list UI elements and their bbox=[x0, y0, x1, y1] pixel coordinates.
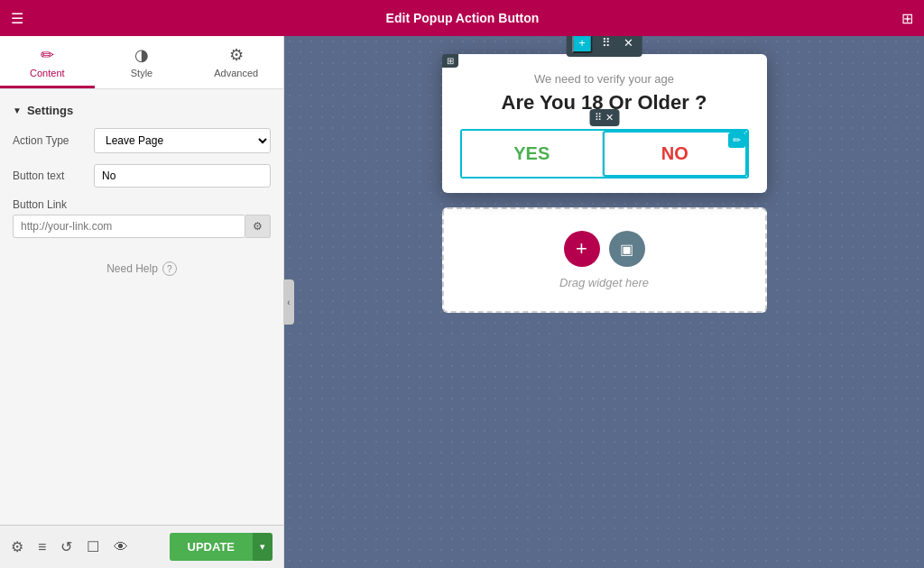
update-button[interactable]: UPDATE bbox=[170, 533, 253, 561]
bottom-toolbar: ⚙ ≡ ↺ ☐ 👁 UPDATE ▾ bbox=[0, 525, 283, 568]
dropzone-label: Drag widget here bbox=[559, 276, 649, 289]
popup-subtitle: We need to verify your age bbox=[460, 72, 749, 86]
help-icon[interactable]: ? bbox=[162, 261, 177, 276]
settings-label: Settings bbox=[27, 104, 73, 117]
collapse-handle[interactable]: ‹ bbox=[283, 279, 294, 325]
popup-yes-button[interactable]: YES bbox=[462, 131, 604, 177]
tab-style[interactable]: ◑ Style bbox=[95, 36, 189, 88]
dropzone-icons: + ▣ bbox=[564, 231, 645, 267]
preview-toolbar-icon[interactable]: 👁 bbox=[114, 539, 128, 555]
grid-icon[interactable]: ⊞ bbox=[901, 10, 913, 27]
layers-toolbar-icon[interactable]: ≡ bbox=[38, 539, 46, 555]
left-panel: ✏ Content ◑ Style ⚙ Advanced ▼ Settings … bbox=[0, 36, 284, 568]
link-settings-button[interactable]: ⚙ bbox=[245, 215, 271, 238]
button-text-label: Button text bbox=[13, 169, 94, 182]
settings-section-header[interactable]: ▼ Settings bbox=[0, 98, 283, 123]
tabs: ✏ Content ◑ Style ⚙ Advanced bbox=[0, 36, 283, 89]
panel-content: ▼ Settings Action Type Leave Page Button… bbox=[0, 89, 283, 525]
button-text-row: Button text bbox=[0, 159, 283, 193]
button-text-input[interactable] bbox=[94, 164, 271, 188]
tab-advanced[interactable]: ⚙ Advanced bbox=[189, 36, 283, 88]
btn-toolbar: ⠿ ✕ bbox=[589, 109, 619, 126]
need-help-section: Need Help ? bbox=[0, 243, 283, 294]
update-dropdown-button[interactable]: ▾ bbox=[253, 533, 273, 561]
widget-id-badge: ⊞ bbox=[442, 54, 458, 68]
responsive-toolbar-icon[interactable]: ☐ bbox=[87, 538, 99, 555]
dropzone-add-button[interactable]: + bbox=[564, 231, 600, 267]
btn-edit-icon[interactable]: ✏ bbox=[728, 133, 745, 148]
popup-no-button[interactable]: NO bbox=[603, 131, 747, 177]
top-bar-title: Edit Popup Action Button bbox=[386, 11, 540, 25]
link-input-wrapper: ⚙ bbox=[13, 215, 271, 238]
popup-toolbar: + ⠿ ✕ bbox=[566, 36, 642, 57]
chevron-icon: ▼ bbox=[13, 105, 22, 115]
action-type-label: Action Type bbox=[13, 134, 94, 147]
undo-toolbar-icon[interactable]: ↺ bbox=[60, 538, 72, 555]
top-bar: ☰ Edit Popup Action Button ⊞ bbox=[0, 0, 924, 36]
hamburger-icon[interactable]: ☰ bbox=[11, 10, 23, 27]
dropzone-folder-button[interactable]: ▣ bbox=[609, 231, 645, 267]
tab-content-label: Content bbox=[30, 68, 65, 78]
btn-toolbar-close[interactable]: ✕ bbox=[605, 112, 614, 124]
canvas-area: + ⠿ ✕ ⊞ We need to verify your age Are Y… bbox=[284, 36, 924, 568]
btn-toolbar-move[interactable]: ⠿ bbox=[595, 112, 602, 124]
main-layout: ✏ Content ◑ Style ⚙ Advanced ▼ Settings … bbox=[0, 36, 924, 568]
widget-dropzone: + ▣ Drag widget here bbox=[442, 207, 767, 313]
tab-content[interactable]: ✏ Content bbox=[0, 36, 95, 88]
tab-style-label: Style bbox=[131, 68, 152, 78]
action-type-row: Action Type Leave Page bbox=[0, 123, 283, 159]
action-type-select[interactable]: Leave Page bbox=[94, 128, 271, 153]
popup-add-button[interactable]: + bbox=[571, 36, 593, 53]
button-link-label: Button Link bbox=[13, 198, 94, 211]
button-link-input[interactable] bbox=[13, 215, 245, 238]
settings-toolbar-icon[interactable]: ⚙ bbox=[11, 538, 23, 555]
popup-close-button[interactable]: ✕ bbox=[620, 36, 637, 50]
button-link-row: Button Link ⚙ bbox=[0, 193, 283, 243]
style-tab-icon: ◑ bbox=[134, 45, 149, 65]
popup-buttons: ⠿ ✕ YES NO ✏ bbox=[460, 129, 749, 179]
content-tab-icon: ✏ bbox=[41, 45, 54, 65]
popup-card: + ⠿ ✕ ⊞ We need to verify your age Are Y… bbox=[442, 54, 767, 193]
need-help-text: Need Help bbox=[106, 262, 158, 275]
popup-move-button[interactable]: ⠿ bbox=[598, 36, 614, 50]
advanced-tab-icon: ⚙ bbox=[229, 45, 244, 65]
tab-advanced-label: Advanced bbox=[214, 68, 258, 78]
update-btn-group: UPDATE ▾ bbox=[170, 533, 273, 561]
